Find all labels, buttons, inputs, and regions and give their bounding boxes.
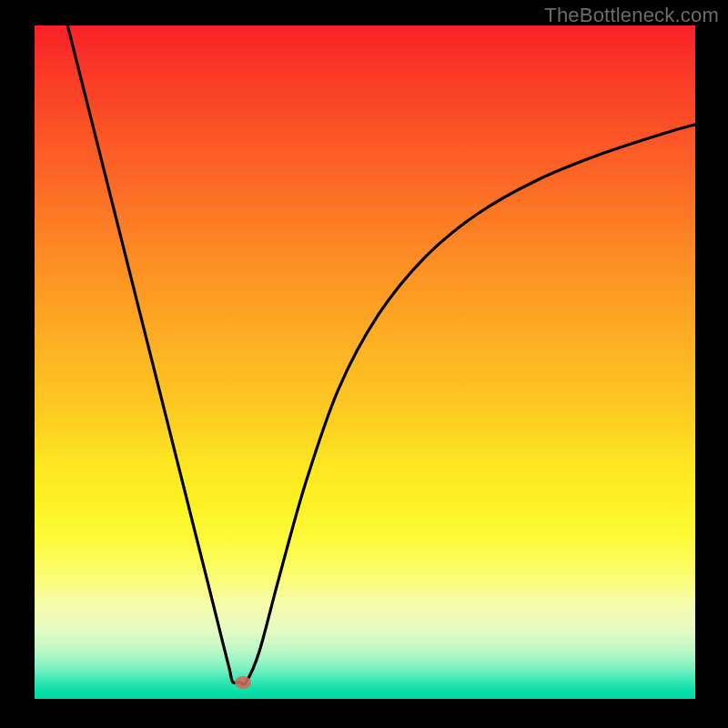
chart-container: TheBottleneck.com (0, 0, 728, 728)
bottleneck-curve (35, 25, 695, 699)
vertex-marker (235, 676, 251, 689)
plot-area (35, 25, 695, 699)
watermark-text: TheBottleneck.com (544, 4, 719, 27)
